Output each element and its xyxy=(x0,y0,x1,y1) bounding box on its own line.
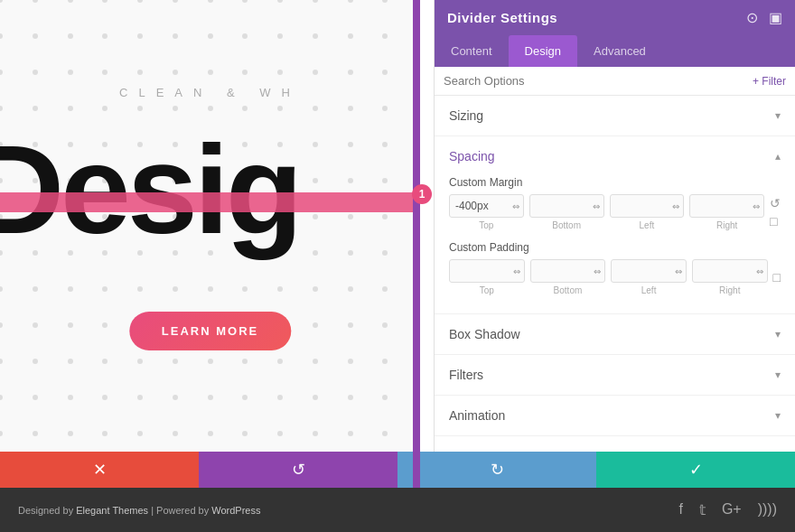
svg-point-6 xyxy=(208,0,213,3)
box-shadow-title: Box Shadow xyxy=(449,327,520,341)
margin-left-link-icon[interactable]: ⇔ xyxy=(669,201,683,211)
padding-bottom-input[interactable] xyxy=(531,260,591,282)
svg-point-48 xyxy=(313,106,318,111)
svg-point-120 xyxy=(102,322,108,328)
animation-section: Animation ▾ xyxy=(435,396,795,436)
padding-top-link-icon[interactable]: ⇔ xyxy=(510,266,524,276)
svg-point-145 xyxy=(68,395,73,400)
footer-bar: Designed by Elegant Themes | Powered by … xyxy=(0,488,795,532)
margin-top-link-icon[interactable]: ⇔ xyxy=(509,201,523,211)
padding-right-input[interactable] xyxy=(693,260,753,282)
svg-point-161 xyxy=(173,431,178,436)
svg-point-36 xyxy=(348,70,353,75)
refresh-icon[interactable]: ⊙ xyxy=(746,9,758,26)
margin-reset-icon[interactable]: ↺ xyxy=(770,196,781,210)
google-plus-icon[interactable]: G+ xyxy=(722,501,742,518)
svg-point-17 xyxy=(137,33,143,39)
svg-point-45 xyxy=(208,106,213,111)
svg-point-132 xyxy=(68,359,73,364)
redo-button[interactable]: ↻ xyxy=(398,452,596,488)
search-input[interactable] xyxy=(444,74,745,88)
panel-tabs: Content Design Advanced xyxy=(435,35,795,67)
svg-point-115 xyxy=(382,286,388,292)
rss-icon[interactable]: )))) xyxy=(758,501,777,518)
padding-left-link-icon[interactable]: ⇔ xyxy=(671,266,686,276)
margin-bottom-link-icon[interactable]: ⇔ xyxy=(589,201,603,211)
spacing-chevron-icon: ▴ xyxy=(775,150,781,163)
padding-device-icon[interactable]: □ xyxy=(773,270,781,285)
margin-device-icon[interactable]: □ xyxy=(770,214,781,229)
box-shadow-chevron-icon: ▾ xyxy=(775,328,781,341)
svg-point-21 xyxy=(277,33,283,39)
box-shadow-header[interactable]: Box Shadow ▾ xyxy=(435,314,795,354)
footer-social-icons: f 𝕥 G+ )))) xyxy=(678,501,777,518)
tab-advanced[interactable]: Advanced xyxy=(577,35,662,67)
cancel-button[interactable]: ✕ xyxy=(0,452,199,488)
learn-more-button[interactable]: LEARN MORE xyxy=(129,312,291,350)
svg-point-0 xyxy=(0,0,3,3)
padding-bottom-group: ⇔ Bottom xyxy=(530,259,606,295)
svg-point-62 xyxy=(348,142,353,147)
sizing-header[interactable]: Sizing ▾ xyxy=(435,96,795,135)
svg-point-118 xyxy=(33,322,38,328)
svg-point-35 xyxy=(313,70,318,75)
spacing-body: Custom Margin ⇔ Top ⇔ Bo xyxy=(435,176,795,313)
filter-button[interactable]: + Filter xyxy=(753,75,786,88)
padding-top-label: Top xyxy=(480,285,494,295)
margin-left-input[interactable] xyxy=(611,195,669,217)
padding-right-link-icon[interactable]: ⇔ xyxy=(753,266,767,276)
svg-point-44 xyxy=(173,106,178,111)
tab-content[interactable]: Content xyxy=(435,35,509,67)
svg-point-5 xyxy=(173,0,178,3)
svg-point-42 xyxy=(102,106,108,111)
svg-point-162 xyxy=(208,431,213,436)
wordpress-link[interactable]: WordPress xyxy=(211,505,260,516)
svg-point-130 xyxy=(0,359,3,364)
svg-point-109 xyxy=(173,286,178,292)
svg-point-49 xyxy=(348,106,353,111)
svg-point-76 xyxy=(382,178,388,183)
margin-input-row: ⇔ Top ⇔ Bottom ⇔ xyxy=(449,194,781,230)
tab-design[interactable]: Design xyxy=(509,35,577,67)
svg-point-16 xyxy=(102,33,108,39)
animation-header[interactable]: Animation ▾ xyxy=(435,396,795,435)
svg-point-112 xyxy=(277,286,283,292)
margin-bottom-group: ⇔ Bottom xyxy=(529,194,604,230)
clean-text: CLEAN & WH xyxy=(119,86,301,99)
spacing-header[interactable]: Spacing ▴ xyxy=(435,136,795,176)
svg-point-13 xyxy=(0,33,3,39)
margin-top-input[interactable] xyxy=(450,195,509,217)
facebook-icon[interactable]: f xyxy=(678,501,682,518)
svg-point-139 xyxy=(313,359,318,364)
design-text: Desig xyxy=(0,126,299,253)
animation-chevron-icon: ▾ xyxy=(775,409,781,422)
padding-top-input[interactable] xyxy=(450,260,510,282)
svg-point-11 xyxy=(382,0,388,3)
svg-point-33 xyxy=(242,70,248,75)
main-canvas: CLEAN & WH Desig LEARN MORE xyxy=(0,0,420,488)
twitter-icon[interactable]: 𝕥 xyxy=(699,501,706,518)
elegant-themes-link[interactable]: Elegant Themes xyxy=(76,505,148,516)
svg-point-23 xyxy=(348,33,353,39)
designed-by-text: Designed by xyxy=(18,505,76,516)
margin-bottom-input[interactable] xyxy=(530,195,589,217)
margin-left-group: ⇔ Left xyxy=(610,194,685,230)
svg-point-61 xyxy=(313,142,318,147)
panel-header: Divider Settings ⊙ ▣ xyxy=(435,0,795,35)
filters-section: Filters ▾ xyxy=(435,355,795,396)
padding-bottom-link-icon[interactable]: ⇔ xyxy=(590,266,604,276)
layout-icon[interactable]: ▣ xyxy=(769,9,782,26)
svg-point-102 xyxy=(382,250,388,256)
margin-right-input[interactable] xyxy=(690,195,749,217)
svg-point-26 xyxy=(0,70,3,75)
svg-point-27 xyxy=(33,70,38,75)
undo-button[interactable]: ↺ xyxy=(199,452,398,488)
save-button[interactable]: ✓ xyxy=(596,452,795,488)
svg-point-149 xyxy=(208,395,213,400)
svg-point-7 xyxy=(242,0,248,3)
margin-right-link-icon[interactable]: ⇔ xyxy=(749,201,763,211)
svg-point-19 xyxy=(208,33,213,39)
filters-header[interactable]: Filters ▾ xyxy=(435,355,795,395)
padding-left-input[interactable] xyxy=(612,260,671,282)
svg-point-74 xyxy=(313,178,318,183)
